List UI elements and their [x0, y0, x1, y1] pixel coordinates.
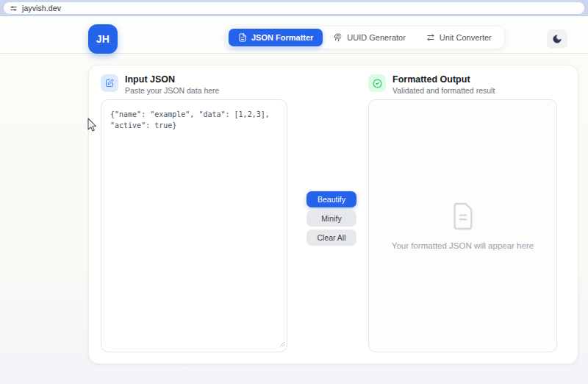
tool-tabbar: JSON Formatter UUID Generator Unit Conve…	[225, 26, 505, 49]
address-field[interactable]: jayvish.dev	[4, 2, 584, 14]
input-panel-header: Input JSON Paste your JSON data here	[101, 74, 219, 95]
site-header: JH JSON Formatter UUID Generator	[0, 16, 588, 54]
site-logo[interactable]: JH	[88, 24, 118, 54]
tab-label: Unit Converter	[440, 33, 492, 42]
json-input-textarea[interactable]: {"name": "example", "data": [1,2,3], "ac…	[101, 99, 287, 352]
clear-all-button[interactable]: Clear All	[306, 230, 356, 246]
fingerprint-icon	[334, 33, 343, 42]
edit-square-icon	[101, 74, 118, 92]
beautify-button[interactable]: Beautify	[306, 191, 356, 207]
input-panel-title: Input JSON	[125, 74, 219, 85]
browser-url-bar: jayvish.dev	[0, 0, 588, 16]
file-json-icon	[238, 33, 247, 42]
input-textarea-wrap: {"name": "example", "data": [1,2,3], "ac…	[101, 99, 287, 352]
output-panel-header: Formatted Output Validated and formatted…	[368, 74, 495, 95]
tab-uuid-generator[interactable]: UUID Generator	[324, 29, 415, 46]
url-text: jayvish.dev	[22, 4, 61, 13]
tab-search-icon	[10, 4, 18, 13]
theme-toggle-button[interactable]	[547, 29, 567, 49]
app-screen: jayvish.dev JH JSON Formatter UU	[0, 0, 588, 384]
tab-label: JSON Formatter	[251, 33, 313, 42]
file-text-icon	[451, 202, 476, 231]
output-panel-title: Formatted Output	[392, 74, 495, 85]
output-box: Your formatted JSON will appear here	[368, 99, 557, 352]
minify-button[interactable]: Minify	[306, 210, 356, 227]
tab-label: UUID Generator	[347, 33, 405, 42]
tab-json-formatter[interactable]: JSON Formatter	[229, 29, 323, 46]
swap-arrows-icon	[426, 33, 435, 42]
output-panel-subtitle: Validated and formatted result	[392, 86, 495, 95]
moon-icon	[552, 34, 562, 44]
check-circle-icon	[368, 74, 386, 92]
resize-handle[interactable]	[279, 337, 285, 350]
tab-unit-converter[interactable]: Unit Converter	[417, 29, 501, 46]
input-panel-subtitle: Paste your JSON data here	[125, 86, 219, 95]
output-placeholder-text: Your formatted JSON will appear here	[392, 241, 534, 250]
formatter-card: Input JSON Paste your JSON data here {"n…	[88, 65, 578, 364]
action-buttons: Beautify Minify Clear All	[306, 191, 356, 246]
